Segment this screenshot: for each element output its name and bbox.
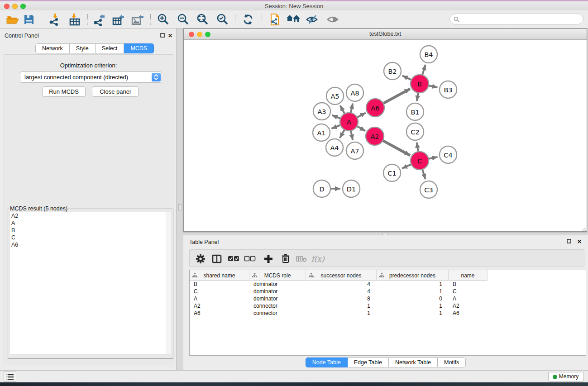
memory-button[interactable]: Memory [548,372,584,381]
table-cell[interactable]: B [449,281,488,288]
node-C1[interactable]: C1 [383,164,401,181]
table-cell[interactable]: dominator [249,288,306,295]
node-C2[interactable]: C2 [406,123,424,140]
export-table-button[interactable] [111,13,125,26]
column-header-successor-nodes[interactable]: successor nodes [306,270,377,281]
task-history-button[interactable] [4,372,16,382]
table-cell[interactable]: A2 [449,302,488,310]
table-cell[interactable]: 1 [377,310,449,317]
table-cell[interactable]: A6 [190,310,249,317]
table-cell[interactable]: A2 [190,302,249,310]
column-header-shared-name[interactable]: shared name [190,270,249,281]
mcds-result-item[interactable]: A2 [10,212,172,219]
mcds-result-item[interactable]: A [10,219,172,227]
delete-column-button[interactable] [279,253,292,265]
table-cell[interactable]: B [190,281,249,288]
table-cell[interactable]: A6 [449,310,488,317]
table-cell[interactable]: C [190,288,249,295]
run-mcds-button[interactable]: Run MCDS [42,86,86,97]
mcds-result-item[interactable]: A6 [10,241,172,248]
zoom-out-button[interactable] [176,13,191,26]
select-all-button[interactable] [227,253,240,265]
table-row[interactable]: Bdominator41B [190,281,488,288]
table-cell[interactable]: 1 [377,288,449,295]
tab-network[interactable]: Network [35,43,70,53]
show-all-button[interactable] [326,13,340,26]
open-folder-button[interactable] [5,13,20,26]
export-network-button[interactable] [92,13,106,26]
import-table-button[interactable] [67,13,82,26]
save-session-button[interactable] [22,13,36,26]
node-B1[interactable]: B1 [406,103,424,120]
optimization-criterion-dropdown[interactable]: largest connected component (directed) [20,71,162,83]
tab-node-table[interactable]: Node Table [306,357,348,367]
node-C4[interactable]: C4 [440,146,457,163]
column-header-name[interactable]: name [449,270,488,281]
hide-selected-button[interactable] [305,13,320,26]
edge-A6-B[interactable] [382,89,410,104]
table-cell[interactable]: dominator [249,295,306,302]
refresh-button[interactable] [241,13,255,26]
node-B3[interactable]: B3 [440,81,457,98]
mcds-result-listbox[interactable]: A2ABCA6 [9,212,172,354]
mcds-result-item[interactable]: C [10,234,172,241]
vertical-splitter-handle[interactable] [178,204,182,210]
table-cell[interactable]: 1 [377,281,449,288]
node-A3[interactable]: A3 [313,103,330,120]
new-network-from-file-button[interactable] [267,13,282,26]
node-B2[interactable]: B2 [384,62,401,80]
network-window-titlebar[interactable]: testGlobe.txt [184,29,587,40]
main-titlebar[interactable]: Session: New Session [0,1,588,10]
table-cell[interactable]: 0 [377,295,449,302]
import-network-button[interactable] [47,13,62,26]
node-A6[interactable]: A6 [366,99,384,117]
mcds-result-item[interactable]: B [10,227,172,234]
node-D1[interactable]: D1 [343,180,360,197]
table-cell[interactable]: 1 [377,302,449,310]
table-cell[interactable]: 1 [306,302,377,310]
table-cell[interactable]: A [190,295,249,302]
node-C[interactable]: C [411,152,429,170]
node-A[interactable]: A [340,113,358,131]
node-B4[interactable]: B4 [420,46,437,63]
table-row[interactable]: A6connector11A6 [190,310,488,317]
window-resize-grip[interactable] [580,225,586,231]
node-C3[interactable]: C3 [420,181,437,198]
tab-select[interactable]: Select [96,43,124,53]
export-image-button[interactable] [130,13,145,26]
table-cell[interactable]: dominator [249,281,306,288]
node-A8[interactable]: A8 [346,84,363,101]
table-float-panel-icon[interactable] [567,238,571,245]
create-column-button[interactable] [262,253,275,265]
delete-table-button[interactable] [295,253,308,265]
settings-gear-button[interactable] [194,253,207,265]
zoom-in-button[interactable] [156,13,171,26]
home-first-neighbors-button[interactable] [286,13,301,26]
node-A5[interactable]: A5 [326,87,344,105]
function-builder-button[interactable]: f(x) [311,253,325,265]
column-header-MCDS-role[interactable]: MCDS role [249,270,306,281]
listbox-scrollbar[interactable] [166,212,172,354]
table-cell[interactable]: connector [249,302,306,310]
table-cell[interactable]: 8 [306,295,377,302]
close-panel-button[interactable]: Close panel [92,86,139,97]
network-canvas[interactable]: B4B2BB3A5A8A6B1A3AC2A1A2A4A7C4CC1DD1C3 [184,40,587,231]
node-A7[interactable]: A7 [346,142,363,159]
table-row[interactable]: Cdominator41C [190,288,488,295]
node-B[interactable]: B [411,75,429,93]
table-row[interactable]: A2connector11A2 [190,302,488,310]
node-A4[interactable]: A4 [326,139,343,156]
table-cell[interactable]: connector [249,310,306,317]
table-close-panel-icon[interactable]: ✕ [577,238,582,245]
tab-motifs[interactable]: Motifs [438,357,466,367]
table-cell[interactable]: C [449,288,488,295]
deselect-all-button[interactable] [243,253,257,265]
zoom-fit-button[interactable] [196,13,210,26]
node-A1[interactable]: A1 [313,124,330,141]
show-column-button[interactable] [210,253,224,265]
edge-A2-C[interactable] [382,140,410,155]
tab-network-table[interactable]: Network Table [389,357,438,367]
search-input[interactable] [449,14,583,24]
table-cell[interactable]: 4 [306,281,377,288]
tab-style[interactable]: Style [70,43,96,53]
